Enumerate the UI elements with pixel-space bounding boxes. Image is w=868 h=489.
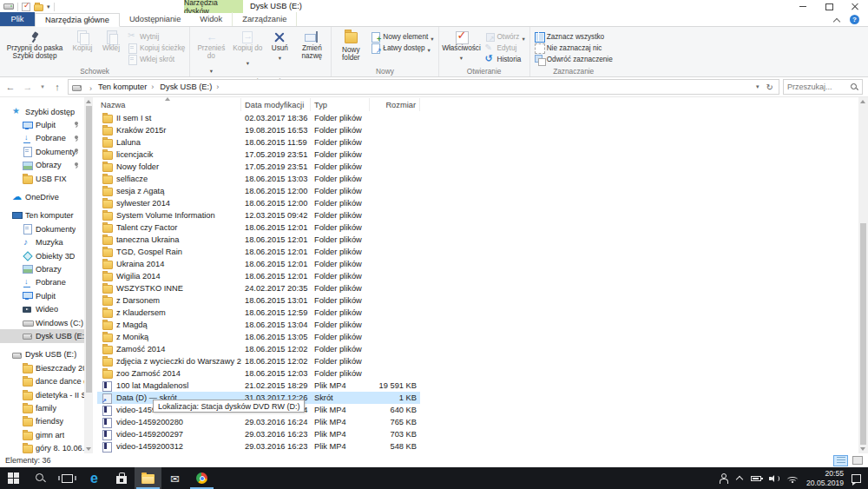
file-row[interactable]: video-1459200297 29.03.2016 16:23 Plik M… (97, 428, 420, 440)
breadcrumb-item[interactable]: Dysk USB (E:) (156, 83, 221, 91)
sidebar-item[interactable]: Bieszczady 2016 (0, 361, 84, 374)
history-button[interactable]: Historia (483, 54, 528, 64)
file-row[interactable]: video-1459200280 29.03.2016 16:24 Plik M… (97, 416, 420, 428)
paste-shortcut-button[interactable]: Wklej skrót (125, 54, 187, 64)
start-button[interactable] (0, 467, 27, 489)
up-icon[interactable]: ↑ (50, 82, 64, 92)
sidebar-item[interactable]: dance dance dar (0, 374, 84, 387)
task-view-button[interactable] (54, 467, 81, 489)
close-button[interactable] (842, 0, 868, 13)
file-row[interactable]: System Volume Information 12.03.2015 09:… (97, 209, 420, 221)
properties-button[interactable]: Właściwości (441, 29, 483, 66)
file-row[interactable]: taneczna Ukraina 18.06.2015 12:01 Folder… (97, 234, 420, 246)
file-row[interactable]: z Darsonem 18.06.2015 13:01 Folder plikó… (97, 294, 420, 307)
ribbon-tab[interactable]: Narzędzia główne (35, 13, 120, 27)
new-item-button[interactable]: Nowy element (368, 31, 436, 42)
invert-selection-button[interactable]: Odwróć zaznaczenie (532, 54, 615, 64)
address-dropdown-icon[interactable]: ▾ (753, 83, 763, 90)
mail-button[interactable] (161, 467, 188, 489)
sidebar-item[interactable]: góry 8. 10.06.201 (0, 441, 84, 453)
sidebar-item[interactable]: Pulpit (0, 289, 84, 302)
store-button[interactable] (108, 467, 135, 489)
wifi-icon[interactable] (787, 474, 799, 483)
pin-to-quick-access-button[interactable]: Przypnij do paska Szybki dostęp (2, 29, 68, 66)
file-row[interactable]: 100 lat Magdalenosl 21.02.2015 18:29 Pli… (97, 380, 420, 392)
column-header-date[interactable]: Data modyfikacji (241, 98, 311, 111)
sidebar-item[interactable]: OneDrive (0, 190, 84, 203)
sidebar-scrollbar[interactable] (84, 97, 93, 453)
file-row[interactable]: z Moniką 18.06.2015 13:05 Folder plików (97, 331, 420, 343)
file-list-scrollbar[interactable] (858, 97, 868, 453)
copy-path-button[interactable]: Kopiuj ścieżkę (125, 43, 187, 53)
scroll-up-icon[interactable] (860, 100, 865, 103)
file-row[interactable]: Kraków 2015r 19.08.2015 16:53 Folder pli… (97, 124, 420, 136)
sidebar-item[interactable]: Windows (C:) (0, 316, 84, 329)
contextual-tab-header[interactable]: Narzędzia dysków (184, 0, 243, 13)
file-row[interactable]: Laluna 18.06.2015 11:59 Folder plików (97, 136, 420, 149)
file-row[interactable]: licencjacik 17.05.2019 23:51 Folder plik… (97, 149, 420, 161)
breadcrumb-item[interactable]: Ten komputer (95, 83, 156, 91)
sidebar-item[interactable]: gimn art (0, 428, 84, 441)
sidebar-item[interactable]: Obrazy (0, 262, 84, 275)
large-icons-view-button[interactable] (850, 455, 865, 466)
scrollbar-thumb[interactable] (86, 106, 92, 393)
file-row[interactable]: II sem I st 02.03.2017 18:36 Folder plik… (97, 112, 420, 124)
sidebar-item[interactable]: Obrazy (0, 159, 84, 172)
ribbon-tab[interactable]: Udostępnianie (120, 12, 190, 26)
ribbon-tab[interactable]: Zarządzanie (232, 12, 297, 26)
sidebar-item[interactable]: Dysk USB (E:) (0, 329, 84, 342)
sidebar-item[interactable]: dietetyka - II SEM (0, 388, 84, 401)
sidebar-item[interactable]: Pobrane (0, 276, 84, 289)
scroll-up-icon[interactable] (86, 100, 91, 103)
edge-button[interactable] (81, 467, 108, 489)
rename-button[interactable]: Zmień nazwę (294, 29, 329, 76)
sidebar-item[interactable]: Ten komputer (0, 209, 84, 222)
move-to-button[interactable]: Przenieś do (192, 29, 230, 76)
maximize-button[interactable] (816, 0, 842, 13)
cut-button[interactable]: Wytnij (125, 31, 187, 42)
clock[interactable]: 20:55 20.05.2019 (806, 469, 844, 486)
file-row[interactable]: TGD, Gospel Rain 18.06.2015 12:01 Folder… (97, 246, 420, 258)
file-row[interactable]: Ukraina 2014 18.06.2015 12:01 Folder pli… (97, 258, 420, 270)
file-row[interactable]: sesja z Agatą 18.06.2015 12:00 Folder pl… (97, 185, 420, 197)
file-row[interactable]: Talent czy Factor 18.06.2015 12:01 Folde… (97, 221, 420, 234)
file-row[interactable]: video-1459200312 29.03.2016 16:23 Plik M… (97, 440, 420, 453)
chrome-button[interactable] (188, 467, 215, 489)
search-input[interactable]: Przeszukaj... (783, 79, 863, 95)
scroll-down-icon[interactable] (86, 447, 91, 451)
forward-icon[interactable]: → (21, 82, 35, 92)
qat-properties-button[interactable] (22, 3, 30, 11)
file-row[interactable]: selfiacze 18.06.2015 13:03 Folder plików (97, 173, 420, 185)
delete-button[interactable]: Usuń (265, 29, 294, 76)
collapse-ribbon-icon[interactable] (833, 17, 840, 23)
ribbon-tab[interactable]: Widok (190, 12, 232, 26)
sidebar-item[interactable]: Szybki dostęp (0, 105, 84, 118)
minimize-button[interactable] (790, 0, 816, 13)
sidebar-item[interactable]: family (0, 401, 84, 414)
sidebar-item[interactable]: Dokumenty (0, 222, 84, 235)
qat-new-folder-button[interactable] (34, 4, 43, 11)
new-folder-button[interactable]: Nowy folder (333, 29, 368, 66)
copy-button[interactable]: Kopiuj (68, 29, 97, 66)
help-icon[interactable]: ? (850, 15, 859, 24)
paste-button[interactable]: Wklej (97, 29, 125, 66)
file-row[interactable]: Zamość 2014 18.06.2015 12:02 Folder plik… (97, 343, 420, 355)
sidebar-item[interactable]: Obiekty 3D (0, 249, 84, 262)
volume-icon[interactable] (769, 474, 779, 483)
people-icon[interactable] (719, 473, 729, 484)
file-row[interactable]: z Klaudersem 18.06.2015 12:59 Folder pli… (97, 307, 420, 319)
select-none-button[interactable]: Nie zaznaczaj nic (532, 43, 615, 53)
file-row[interactable]: zdjęcia z wycieczki do Warszawy 2013r 18… (97, 355, 420, 367)
file-row[interactable]: Wigilia 2014 18.06.2015 12:01 Folder pli… (97, 270, 420, 282)
file-row[interactable]: Nowy folder 17.05.2019 23:51 Folder plik… (97, 161, 420, 173)
taskbar-search-button[interactable] (27, 467, 54, 489)
address-box[interactable]: Ten komputerDysk USB (E:) ▾ ↻ (68, 79, 779, 95)
sidebar-item[interactable]: Muzyka (0, 236, 84, 249)
column-header-name[interactable]: Nazwa (97, 98, 241, 111)
sidebar-item[interactable]: Dysk USB (E:) (0, 348, 84, 361)
tray-expand-icon[interactable] (737, 475, 743, 481)
back-icon[interactable]: ← (3, 82, 17, 92)
scrollbar-thumb[interactable] (860, 223, 866, 445)
qat-customize-dropdown-icon[interactable]: ▾ (47, 3, 50, 10)
action-center-icon[interactable] (852, 474, 861, 483)
